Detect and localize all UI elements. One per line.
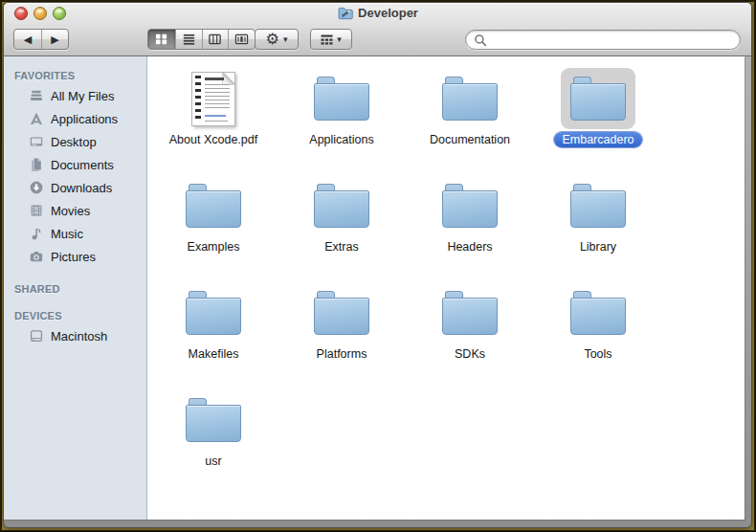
file-label: Applications [301, 132, 381, 147]
sidebar-item-applications[interactable]: Applications [4, 107, 146, 130]
arrange-menu-button[interactable]: ▾ [310, 29, 352, 50]
file-item-sdks[interactable]: SDKs [406, 280, 534, 388]
window-content: FAVORITES All My Files Applications [4, 56, 745, 520]
gear-icon: ⚙ [266, 32, 279, 47]
file-item-documentation[interactable]: Documentation [406, 66, 534, 173]
pictures-icon [29, 249, 44, 264]
sidebar-item-label: Documents [51, 158, 114, 172]
sidebar-item-label: Applications [51, 112, 118, 126]
sidebar-item-label: Music [51, 227, 83, 241]
caret-down-icon: ▾ [337, 35, 342, 44]
sidebar-item-label: Downloads [51, 181, 112, 195]
file-label: Embarcadero [554, 132, 641, 147]
developer-folder-icon [337, 6, 353, 20]
file-item-examples[interactable]: Examples [149, 173, 278, 280]
file-item-about-xcode-pdf[interactable]: About Xcode.pdf [149, 66, 278, 173]
file-label: About Xcode.pdf [162, 132, 265, 147]
toolbar: ◀ ▶ [4, 24, 751, 55]
music-icon [29, 226, 44, 241]
titlebar[interactable]: Developer [4, 3, 751, 24]
sidebar: FAVORITES All My Files Applications [4, 56, 147, 520]
documents-icon [29, 157, 44, 172]
arrange-grid-icon [321, 34, 333, 45]
sidebar-section-favorites: FAVORITES [14, 70, 146, 81]
sidebar-item-downloads[interactable]: Downloads [4, 176, 146, 199]
applications-icon [29, 111, 44, 126]
search-input[interactable] [491, 33, 732, 48]
folder-icon [186, 184, 241, 228]
file-label: usr [197, 454, 229, 469]
file-browser-main: About Xcode.pdf Applications Documentati… [147, 56, 745, 520]
folder-icon [570, 291, 626, 335]
file-label: Platforms [309, 346, 375, 362]
movies-icon [29, 203, 44, 218]
close-button[interactable] [14, 7, 28, 20]
file-item-library[interactable]: Library [534, 173, 662, 280]
sidebar-item-label: All My Files [51, 89, 114, 103]
file-label: Headers [439, 239, 500, 255]
sidebar-item-documents[interactable]: Documents [4, 153, 146, 176]
coverflow-view-button[interactable] [228, 30, 255, 49]
sidebar-item-macintosh[interactable]: Macintosh [4, 324, 146, 347]
file-item-usr[interactable]: usr [149, 388, 278, 495]
sidebar-item-movies[interactable]: Movies [4, 199, 146, 222]
file-label: SDKs [447, 346, 493, 362]
file-label: Extras [317, 239, 366, 255]
zoom-button[interactable] [53, 7, 66, 20]
action-menu-button[interactable]: ⚙ ▾ [255, 29, 299, 50]
search-icon [474, 33, 487, 47]
folder-icon [186, 291, 241, 335]
file-item-tools[interactable]: Tools [534, 280, 662, 388]
icon-grid: About Xcode.pdf Applications Documentati… [147, 56, 745, 495]
sidebar-item-label: Macintosh [51, 329, 107, 344]
file-item-extras[interactable]: Extras [278, 173, 406, 280]
view-switcher [147, 29, 256, 50]
file-item-makefiles[interactable]: Makefiles [149, 280, 278, 388]
sidebar-item-desktop[interactable]: Desktop [4, 130, 146, 153]
search-field[interactable] [465, 30, 741, 50]
back-icon: ◀ [24, 34, 32, 45]
folder-icon [314, 77, 369, 121]
file-label: Documentation [422, 132, 518, 147]
file-item-applications[interactable]: Applications [278, 66, 406, 173]
file-item-platforms[interactable]: Platforms [278, 280, 406, 388]
pdf-document-icon [191, 72, 235, 126]
sidebar-item-label: Pictures [51, 250, 96, 264]
sidebar-item-all-my-files[interactable]: All My Files [4, 84, 146, 107]
desktop-background: Developer ◀ ▶ [0, 0, 756, 532]
folder-icon [442, 291, 498, 335]
window-title-group: Developer [337, 6, 418, 20]
file-label: Examples [180, 239, 248, 255]
file-item-headers[interactable]: Headers [406, 173, 534, 280]
column-view-icon [208, 33, 222, 45]
sidebar-section-devices: DEVICES [14, 310, 146, 321]
file-label: Tools [576, 346, 619, 362]
icon-view-button[interactable] [148, 30, 175, 49]
sidebar-item-label: Desktop [51, 135, 97, 149]
file-label: Library [572, 239, 624, 255]
list-view-button[interactable] [175, 30, 202, 49]
sidebar-item-pictures[interactable]: Pictures [4, 245, 146, 268]
folder-icon [442, 184, 498, 228]
downloads-icon [29, 180, 44, 195]
icon-view-icon [154, 33, 168, 45]
window-chrome: Developer ◀ ▶ [4, 3, 751, 56]
back-button[interactable]: ◀ [14, 30, 41, 49]
window-title: Developer [358, 6, 418, 20]
file-item-embarcadero-selected[interactable]: Embarcadero [534, 66, 662, 173]
caret-down-icon: ▾ [283, 35, 288, 44]
folder-icon [314, 291, 369, 335]
minimize-button[interactable] [33, 7, 47, 20]
forward-icon: ▶ [51, 34, 58, 45]
folder-icon [442, 77, 498, 121]
sidebar-item-label: Movies [51, 204, 90, 218]
window-controls [15, 8, 65, 19]
list-view-icon [182, 33, 196, 45]
sidebar-item-music[interactable]: Music [4, 222, 146, 245]
folder-icon [314, 184, 369, 228]
hard-drive-icon [29, 328, 44, 344]
all-my-files-icon [29, 88, 44, 103]
column-view-button[interactable] [202, 30, 229, 49]
folder-icon [186, 398, 241, 442]
forward-button[interactable]: ▶ [41, 30, 68, 49]
